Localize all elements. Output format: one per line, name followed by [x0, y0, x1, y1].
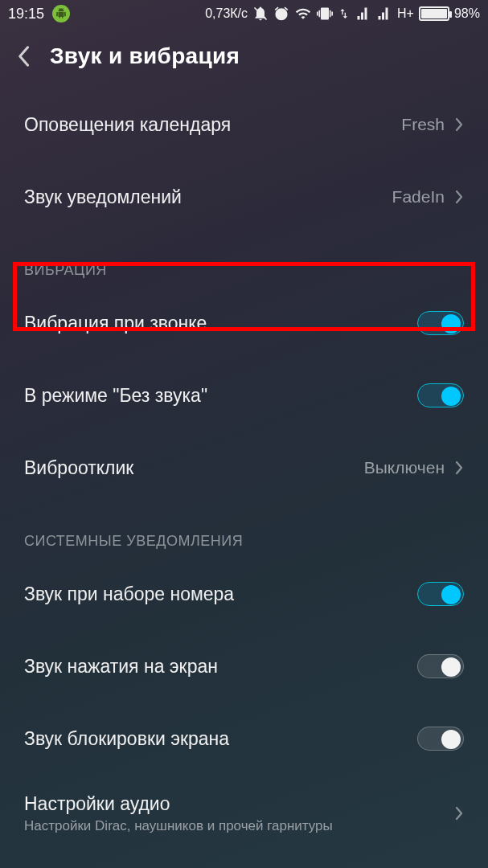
signal-icon-1: [355, 6, 371, 21]
data-arrows-icon: [338, 6, 351, 22]
battery-percent: 98%: [454, 6, 480, 21]
row-lock-sound[interactable]: Звук блокировки экрана: [0, 702, 488, 775]
vibrate-silent-label: В режиме "Без звука": [24, 385, 207, 407]
vibrate-icon: [317, 6, 333, 22]
haptic-label: Виброотклик: [24, 457, 133, 479]
dialpad-sound-label: Звук при наборе номера: [24, 583, 234, 605]
row-vibrate-silent[interactable]: В режиме "Без звука": [0, 359, 488, 432]
row-audio-settings[interactable]: Настройки аудио Настройки Dirac, наушник…: [0, 775, 488, 852]
chevron-right-icon: [454, 805, 464, 821]
dialpad-sound-toggle[interactable]: [417, 582, 464, 606]
status-bar: 19:15 0,73К/с H+ 98%: [0, 0, 488, 27]
calendar-alerts-value: Fresh: [401, 115, 445, 134]
network-type: H+: [397, 6, 414, 21]
row-vibrate-on-ring[interactable]: Вибрация при звонке: [0, 287, 488, 359]
lock-sound-toggle[interactable]: [417, 727, 464, 751]
row-calendar-alerts[interactable]: Оповещения календаря Fresh: [0, 88, 488, 161]
android-icon: [52, 5, 70, 23]
signal-icon-2: [376, 6, 392, 21]
touch-sound-toggle[interactable]: [417, 654, 464, 678]
mute-icon: [252, 6, 269, 22]
chevron-right-icon: [454, 189, 464, 205]
section-system-header: СИСТЕМНЫЕ УВЕДОМЛЕНИЯ: [0, 518, 488, 558]
battery-icon: [419, 6, 449, 21]
audio-settings-sub: Настройки Dirac, наушников и прочей гарн…: [24, 818, 333, 834]
vibrate-silent-toggle[interactable]: [417, 383, 464, 407]
wifi-icon: [294, 6, 312, 22]
audio-settings-label: Настройки аудио: [24, 793, 333, 815]
notification-sound-label: Звук уведомлений: [24, 186, 182, 208]
row-touch-sound[interactable]: Звук нажатия на экран: [0, 630, 488, 702]
touch-sound-label: Звук нажатия на экран: [24, 656, 218, 678]
chevron-right-icon: [454, 460, 464, 476]
alarm-icon: [273, 6, 289, 22]
notification-sound-value: FadeIn: [392, 187, 445, 207]
back-icon[interactable]: [16, 45, 39, 68]
vibrate-on-ring-label: Вибрация при звонке: [24, 313, 207, 334]
vibrate-on-ring-toggle[interactable]: [417, 311, 464, 335]
calendar-alerts-label: Оповещения календаря: [24, 114, 231, 136]
status-netspeed: 0,73К/с: [205, 6, 248, 21]
lock-sound-label: Звук блокировки экрана: [24, 728, 229, 750]
page-header: Звук и вибрация: [0, 27, 488, 88]
haptic-value: Выключен: [364, 458, 445, 477]
row-haptic[interactable]: Виброотклик Выключен: [0, 432, 488, 504]
chevron-right-icon: [454, 117, 464, 133]
row-notification-sound[interactable]: Звук уведомлений FadeIn: [0, 161, 488, 233]
status-time: 19:15: [8, 6, 44, 23]
section-vibration-header: ВИБРАЦИЯ: [0, 248, 488, 287]
row-dialpad-sound[interactable]: Звук при наборе номера: [0, 558, 488, 630]
page-title: Звук и вибрация: [50, 43, 240, 69]
